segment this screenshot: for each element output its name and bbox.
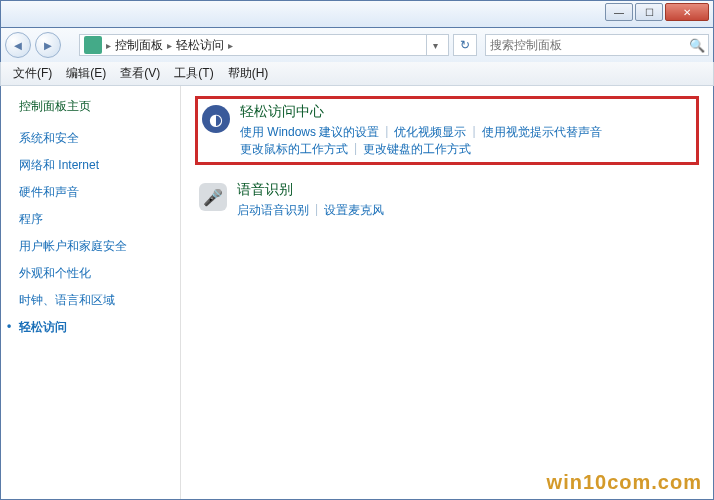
microphone-icon: 🎤 (199, 183, 227, 211)
divider: | (309, 202, 324, 219)
ease-link-visual-cues[interactable]: 使用视觉提示代替声音 (482, 124, 602, 141)
ease-link-video[interactable]: 优化视频显示 (394, 124, 466, 141)
speech-link-mic[interactable]: 设置麦克风 (324, 202, 384, 219)
breadcrumb-seg1[interactable]: 控制面板 (115, 37, 163, 54)
sidebar: 控制面板主页 系统和安全 网络和 Internet 硬件和声音 程序 用户帐户和… (1, 86, 181, 499)
sidebar-item-network[interactable]: 网络和 Internet (19, 152, 180, 179)
control-panel-icon (84, 36, 102, 54)
chevron-right-icon: ▸ (102, 40, 115, 51)
menu-tools[interactable]: 工具(T) (168, 63, 219, 84)
sidebar-title[interactable]: 控制面板主页 (19, 98, 180, 115)
search-input[interactable] (486, 38, 686, 52)
menubar: 文件(F) 编辑(E) 查看(V) 工具(T) 帮助(H) (0, 62, 714, 86)
sidebar-item-programs[interactable]: 程序 (19, 206, 180, 233)
sidebar-item-clock[interactable]: 时钟、语言和区域 (19, 287, 180, 314)
breadcrumb[interactable]: ▸ 控制面板 ▸ 轻松访问 ▸ ▾ (79, 34, 449, 56)
ease-link-suggested[interactable]: 使用 Windows 建议的设置 (240, 124, 379, 141)
watermark: win10com.com (547, 471, 702, 494)
maximize-button[interactable]: ☐ (635, 3, 663, 21)
menu-edit[interactable]: 编辑(E) (60, 63, 112, 84)
menu-help[interactable]: 帮助(H) (222, 63, 275, 84)
menu-view[interactable]: 查看(V) (114, 63, 166, 84)
search-box[interactable]: 🔍 (485, 34, 709, 56)
menu-file[interactable]: 文件(F) (7, 63, 58, 84)
speech-title[interactable]: 语音识别 (237, 181, 695, 199)
chevron-right-icon: ▸ (163, 40, 176, 51)
speech-link-start[interactable]: 启动语音识别 (237, 202, 309, 219)
divider: | (466, 124, 481, 141)
speech-block: 🎤 语音识别 启动语音识别 | 设置麦克风 (195, 177, 699, 223)
navbar: ◄ ► ▸ 控制面板 ▸ 轻松访问 ▸ ▾ ↻ 🔍 (0, 28, 714, 62)
sidebar-item-appearance[interactable]: 外观和个性化 (19, 260, 180, 287)
forward-button[interactable]: ► (35, 32, 61, 58)
sidebar-item-system[interactable]: 系统和安全 (19, 125, 180, 152)
breadcrumb-seg2[interactable]: 轻松访问 (176, 37, 224, 54)
sidebar-item-accounts[interactable]: 用户帐户和家庭安全 (19, 233, 180, 260)
sidebar-item-hardware[interactable]: 硬件和声音 (19, 179, 180, 206)
content: 控制面板主页 系统和安全 网络和 Internet 硬件和声音 程序 用户帐户和… (0, 86, 714, 500)
ease-icon: ◐ (202, 105, 230, 133)
close-button[interactable]: ✕ (665, 3, 709, 21)
main-panel: ◐ 轻松访问中心 使用 Windows 建议的设置 | 优化视频显示 | 使用视… (181, 86, 713, 499)
chevron-right-icon: ▸ (224, 40, 237, 51)
breadcrumb-dropdown[interactable]: ▾ (426, 34, 444, 56)
minimize-button[interactable]: — (605, 3, 633, 21)
search-icon[interactable]: 🔍 (686, 38, 708, 53)
ease-of-access-block: ◐ 轻松访问中心 使用 Windows 建议的设置 | 优化视频显示 | 使用视… (195, 96, 699, 165)
divider: | (348, 141, 363, 158)
refresh-button[interactable]: ↻ (453, 34, 477, 56)
ease-title[interactable]: 轻松访问中心 (240, 103, 692, 121)
back-button[interactable]: ◄ (5, 32, 31, 58)
titlebar: — ☐ ✕ (0, 0, 714, 28)
ease-link-keyboard[interactable]: 更改键盘的工作方式 (363, 141, 471, 158)
sidebar-item-ease[interactable]: 轻松访问 (19, 314, 180, 341)
divider: | (379, 124, 394, 141)
ease-link-mouse[interactable]: 更改鼠标的工作方式 (240, 141, 348, 158)
sidebar-links: 系统和安全 网络和 Internet 硬件和声音 程序 用户帐户和家庭安全 外观… (19, 125, 180, 341)
